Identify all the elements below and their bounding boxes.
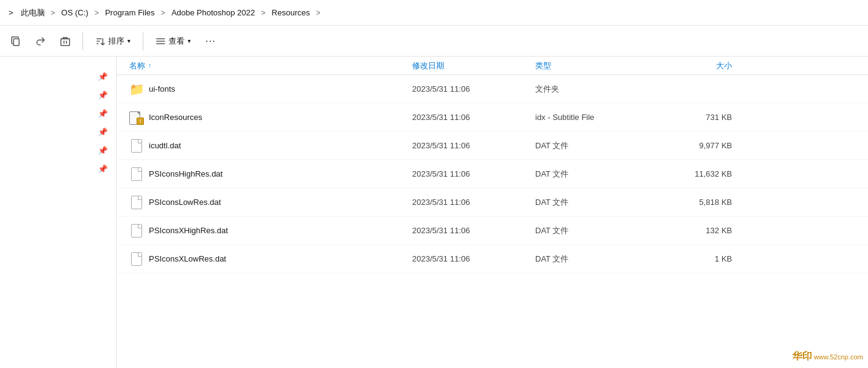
breadcrumb-sep-2: >	[94, 9, 100, 17]
file-type: 文件夹	[535, 84, 658, 95]
sort-label: 排序	[108, 36, 124, 47]
table-row[interactable]: PSIconsLowRes.dat 2023/5/31 11:06 DAT 文件…	[117, 188, 868, 217]
file-size: 132 KB	[658, 226, 732, 235]
breadcrumb-photoshop[interactable]: Adobe Photoshop 2022	[169, 7, 258, 18]
breadcrumb-sep-3: >	[160, 9, 167, 17]
toolbar: 排序 ▾ 查看 ▾ ···	[0, 26, 868, 57]
svg-rect-0	[14, 39, 19, 46]
more-button[interactable]: ···	[201, 33, 220, 50]
breadcrumb-arrow[interactable]: >	[6, 7, 16, 18]
watermark-text: www.52cnp.com	[814, 353, 863, 361]
col-header-date[interactable]: 修改日期	[412, 60, 535, 71]
table-row[interactable]: PSIconsXLowRes.dat 2023/5/31 11:06 DAT 文…	[117, 245, 868, 273]
file-date: 2023/5/31 11:06	[412, 226, 535, 235]
breadcrumb-program-files[interactable]: Program Files	[103, 7, 157, 18]
watermark-logo: 华印	[792, 350, 812, 363]
file-name: PSIconsXHighRes.dat	[149, 226, 228, 235]
more-dots: ···	[205, 36, 215, 47]
file-name: ui-fonts	[149, 84, 175, 94]
file-type: idx - Subtitle File	[535, 113, 658, 122]
table-row[interactable]: 📁 ui-fonts 2023/5/31 11:06 文件夹	[117, 75, 868, 103]
file-name: PSIconsHighRes.dat	[149, 169, 223, 178]
view-icon	[156, 36, 165, 46]
file-size: 5,818 KB	[658, 198, 732, 207]
generic-file-icon	[129, 138, 144, 153]
generic-file-icon	[129, 223, 144, 238]
column-headers: 名称 ↑ 修改日期 类型 大小	[117, 57, 868, 75]
pin-button-4[interactable]: 📌	[95, 124, 110, 139]
view-arrow-icon: ▾	[188, 38, 191, 44]
pin-button-6[interactable]: 📌	[95, 161, 110, 176]
toolbar-divider-2	[143, 32, 143, 50]
file-type: DAT 文件	[535, 254, 658, 265]
file-date: 2023/5/31 11:06	[412, 198, 535, 207]
col-name-label: 名称	[129, 60, 145, 71]
sort-button[interactable]: 排序 ▾	[90, 33, 135, 50]
file-size: 1 KB	[658, 254, 732, 263]
content-area: 📌 📌 📌 📌 📌 📌 名称 ↑ 修改日期 类型 大小 📁	[0, 57, 868, 368]
copy-button[interactable]	[6, 33, 26, 49]
pin-button-1[interactable]: 📌	[95, 69, 110, 84]
file-name-cell: I IconResources	[129, 110, 412, 125]
file-name: PSIconsXLowRes.dat	[149, 254, 226, 263]
view-label: 查看	[169, 36, 185, 47]
file-rows: 📁 ui-fonts 2023/5/31 11:06 文件夹 I IconRes…	[117, 75, 868, 273]
sort-arrow-icon: ▾	[127, 38, 130, 44]
sort-icon	[95, 36, 105, 46]
file-type: DAT 文件	[535, 197, 658, 208]
file-name: icudtl.dat	[149, 141, 181, 150]
col-header-name[interactable]: 名称 ↑	[129, 60, 412, 71]
file-date: 2023/5/31 11:06	[412, 141, 535, 150]
pin-button-5[interactable]: 📌	[95, 143, 110, 158]
svg-rect-1	[61, 39, 70, 46]
sidebar: 📌 📌 📌 📌 📌 📌	[0, 57, 117, 368]
toolbar-divider-1	[82, 32, 83, 50]
file-size: 11,632 KB	[658, 169, 732, 178]
breadcrumb-resources[interactable]: Resources	[269, 7, 313, 18]
table-row[interactable]: PSIconsXHighRes.dat 2023/5/31 11:06 DAT …	[117, 217, 868, 245]
col-header-type[interactable]: 类型	[535, 60, 658, 71]
file-name-cell: icudtl.dat	[129, 138, 412, 153]
generic-file-icon	[129, 252, 144, 266]
breadcrumb-sep-5: >	[315, 9, 322, 17]
delete-icon	[60, 36, 70, 46]
file-date: 2023/5/31 11:06	[412, 254, 535, 263]
file-list-area: 名称 ↑ 修改日期 类型 大小 📁 ui-fonts 2023/5/31 11:…	[117, 57, 868, 368]
copy-icon	[11, 36, 21, 46]
watermark: 华印 www.52cnp.com	[792, 350, 863, 363]
pin-button-3[interactable]: 📌	[95, 106, 110, 121]
file-name-cell: PSIconsHighRes.dat	[129, 167, 412, 182]
table-row[interactable]: PSIconsHighRes.dat 2023/5/31 11:06 DAT 文…	[117, 160, 868, 188]
file-type: DAT 文件	[535, 169, 658, 180]
file-name: PSIconsLowRes.dat	[149, 198, 221, 207]
breadcrumb-sep-1: >	[50, 9, 57, 17]
file-name-cell: PSIconsLowRes.dat	[129, 195, 412, 210]
sort-indicator: ↑	[148, 62, 151, 69]
delete-button[interactable]	[55, 33, 75, 49]
breadcrumb-sep-4: >	[260, 9, 267, 17]
share-icon	[36, 36, 46, 46]
file-name: IconResources	[149, 113, 202, 122]
share-button[interactable]	[31, 33, 50, 49]
table-row[interactable]: icudtl.dat 2023/5/31 11:06 DAT 文件 9,977 …	[117, 132, 868, 160]
view-button[interactable]: 查看 ▾	[151, 33, 196, 50]
file-size: 731 KB	[658, 113, 732, 122]
file-date: 2023/5/31 11:06	[412, 169, 535, 178]
folder-icon: 📁	[129, 82, 144, 97]
table-row[interactable]: I IconResources 2023/5/31 11:06 idx - Su…	[117, 103, 868, 132]
pin-button-2[interactable]: 📌	[95, 87, 110, 102]
file-date: 2023/5/31 11:06	[412, 84, 535, 94]
file-date: 2023/5/31 11:06	[412, 113, 535, 122]
breadcrumb-drive[interactable]: OS (C:)	[59, 7, 91, 18]
special-file-icon: I	[129, 110, 144, 125]
file-type: DAT 文件	[535, 225, 658, 236]
breadcrumb: > 此电脑 > OS (C:) > Program Files > Adobe …	[0, 0, 868, 26]
file-type: DAT 文件	[535, 140, 658, 151]
generic-file-icon	[129, 195, 144, 210]
file-name-cell: PSIconsXLowRes.dat	[129, 252, 412, 266]
file-name-cell: PSIconsXHighRes.dat	[129, 223, 412, 238]
col-header-size[interactable]: 大小	[658, 60, 732, 71]
file-name-cell: 📁 ui-fonts	[129, 82, 412, 97]
generic-file-icon	[129, 167, 144, 182]
breadcrumb-computer[interactable]: 此电脑	[18, 6, 47, 20]
